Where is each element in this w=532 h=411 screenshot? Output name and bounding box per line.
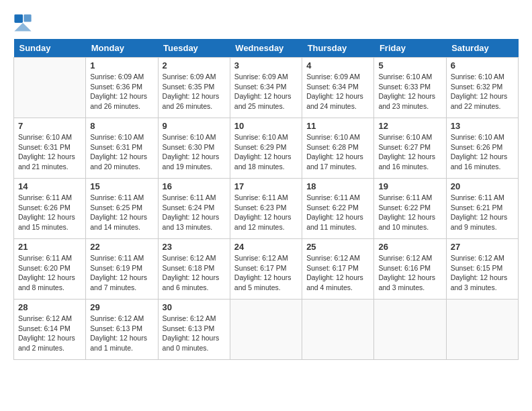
weekday-header-thursday: Thursday (302, 39, 374, 58)
weekday-header-saturday: Saturday (446, 39, 518, 58)
day-info: Sunrise: 6:11 AM Sunset: 6:21 PM Dayligh… (451, 193, 514, 232)
calendar-cell: 17Sunrise: 6:11 AM Sunset: 6:23 PM Dayli… (230, 179, 302, 239)
calendar-cell: 19Sunrise: 6:11 AM Sunset: 6:22 PM Dayli… (374, 179, 446, 239)
calendar-cell: 4Sunrise: 6:09 AM Sunset: 6:34 PM Daylig… (302, 58, 374, 118)
day-number: 6 (451, 60, 514, 71)
svg-rect-0 (14, 14, 23, 23)
calendar-cell: 27Sunrise: 6:12 AM Sunset: 6:15 PM Dayli… (446, 239, 518, 300)
calendar-cell (302, 300, 374, 360)
day-number: 10 (234, 121, 298, 131)
day-info: Sunrise: 6:10 AM Sunset: 6:29 PM Dayligh… (234, 132, 298, 172)
svg-rect-1 (24, 14, 31, 21)
day-number: 15 (90, 181, 153, 191)
day-info: Sunrise: 6:10 AM Sunset: 6:31 PM Dayligh… (18, 132, 81, 172)
day-number: 18 (306, 181, 369, 191)
calendar-cell: 21Sunrise: 6:11 AM Sunset: 6:20 PM Dayli… (14, 239, 86, 300)
day-info: Sunrise: 6:11 AM Sunset: 6:22 PM Dayligh… (306, 193, 369, 232)
day-number: 8 (90, 121, 153, 131)
weekday-header-wednesday: Wednesday (230, 39, 302, 58)
day-info: Sunrise: 6:11 AM Sunset: 6:24 PM Dayligh… (163, 193, 226, 232)
calendar-cell (230, 300, 302, 360)
calendar-cell: 28Sunrise: 6:12 AM Sunset: 6:14 PM Dayli… (14, 300, 86, 360)
calendar-cell: 18Sunrise: 6:11 AM Sunset: 6:22 PM Dayli… (302, 179, 374, 239)
calendar-table: SundayMondayTuesdayWednesdayThursdayFrid… (13, 39, 519, 360)
weekday-header-tuesday: Tuesday (158, 39, 230, 58)
calendar-cell: 24Sunrise: 6:12 AM Sunset: 6:17 PM Dayli… (230, 239, 302, 300)
day-info: Sunrise: 6:12 AM Sunset: 6:13 PM Dayligh… (90, 314, 153, 353)
day-number: 22 (90, 242, 153, 252)
weekday-header-monday: Monday (86, 39, 158, 58)
day-info: Sunrise: 6:10 AM Sunset: 6:27 PM Dayligh… (378, 132, 441, 172)
svg-marker-2 (14, 23, 31, 32)
day-info: Sunrise: 6:10 AM Sunset: 6:31 PM Dayligh… (90, 132, 153, 172)
day-info: Sunrise: 6:10 AM Sunset: 6:33 PM Dayligh… (378, 72, 441, 111)
calendar-cell: 16Sunrise: 6:11 AM Sunset: 6:24 PM Dayli… (158, 179, 230, 239)
day-number: 19 (378, 181, 441, 191)
calendar-cell: 10Sunrise: 6:10 AM Sunset: 6:29 PM Dayli… (230, 118, 302, 179)
day-info: Sunrise: 6:10 AM Sunset: 6:30 PM Dayligh… (163, 132, 226, 172)
day-info: Sunrise: 6:11 AM Sunset: 6:19 PM Dayligh… (90, 253, 153, 293)
day-info: Sunrise: 6:09 AM Sunset: 6:34 PM Dayligh… (306, 72, 369, 111)
day-info: Sunrise: 6:12 AM Sunset: 6:15 PM Dayligh… (451, 253, 514, 293)
day-info: Sunrise: 6:11 AM Sunset: 6:25 PM Dayligh… (90, 193, 153, 232)
day-number: 14 (18, 181, 81, 191)
calendar-cell: 6Sunrise: 6:10 AM Sunset: 6:32 PM Daylig… (446, 58, 518, 118)
day-info: Sunrise: 6:09 AM Sunset: 6:36 PM Dayligh… (90, 72, 153, 111)
day-info: Sunrise: 6:09 AM Sunset: 6:34 PM Dayligh… (234, 72, 298, 111)
calendar-cell: 7Sunrise: 6:10 AM Sunset: 6:31 PM Daylig… (14, 118, 86, 179)
day-info: Sunrise: 6:12 AM Sunset: 6:17 PM Dayligh… (234, 253, 298, 293)
day-info: Sunrise: 6:11 AM Sunset: 6:26 PM Dayligh… (18, 193, 81, 232)
day-number: 25 (306, 242, 369, 252)
day-number: 29 (90, 302, 153, 312)
day-number: 16 (163, 181, 226, 191)
calendar-cell: 29Sunrise: 6:12 AM Sunset: 6:13 PM Dayli… (86, 300, 158, 360)
day-info: Sunrise: 6:11 AM Sunset: 6:20 PM Dayligh… (18, 253, 81, 293)
calendar-cell: 14Sunrise: 6:11 AM Sunset: 6:26 PM Dayli… (14, 179, 86, 239)
calendar-cell: 1Sunrise: 6:09 AM Sunset: 6:36 PM Daylig… (86, 58, 158, 118)
day-number: 21 (18, 242, 81, 252)
calendar-cell: 5Sunrise: 6:10 AM Sunset: 6:33 PM Daylig… (374, 58, 446, 118)
calendar-cell (446, 300, 518, 360)
day-info: Sunrise: 6:12 AM Sunset: 6:16 PM Dayligh… (378, 253, 441, 293)
calendar-cell: 12Sunrise: 6:10 AM Sunset: 6:27 PM Dayli… (374, 118, 446, 179)
calendar-cell: 8Sunrise: 6:10 AM Sunset: 6:31 PM Daylig… (86, 118, 158, 179)
day-number: 26 (378, 242, 441, 252)
day-info: Sunrise: 6:12 AM Sunset: 6:17 PM Dayligh… (306, 253, 369, 293)
calendar-cell: 23Sunrise: 6:12 AM Sunset: 6:18 PM Dayli… (158, 239, 230, 300)
day-number: 28 (18, 302, 81, 312)
day-info: Sunrise: 6:10 AM Sunset: 6:26 PM Dayligh… (451, 132, 514, 172)
day-number: 9 (163, 121, 226, 131)
day-info: Sunrise: 6:11 AM Sunset: 6:22 PM Dayligh… (378, 193, 441, 232)
day-info: Sunrise: 6:12 AM Sunset: 6:14 PM Dayligh… (18, 314, 81, 353)
calendar-cell: 25Sunrise: 6:12 AM Sunset: 6:17 PM Dayli… (302, 239, 374, 300)
day-number: 24 (234, 242, 298, 252)
day-number: 30 (163, 302, 226, 312)
day-number: 12 (378, 121, 441, 131)
day-info: Sunrise: 6:12 AM Sunset: 6:18 PM Dayligh… (163, 253, 226, 293)
calendar-cell: 2Sunrise: 6:09 AM Sunset: 6:35 PM Daylig… (158, 58, 230, 118)
day-info: Sunrise: 6:11 AM Sunset: 6:23 PM Dayligh… (234, 193, 298, 232)
day-number: 1 (90, 60, 153, 71)
day-number: 27 (451, 242, 514, 252)
day-number: 23 (163, 242, 226, 252)
day-number: 13 (451, 121, 514, 131)
page-header (13, 13, 519, 32)
calendar-cell: 30Sunrise: 6:12 AM Sunset: 6:13 PM Dayli… (158, 300, 230, 360)
calendar-cell: 20Sunrise: 6:11 AM Sunset: 6:21 PM Dayli… (446, 179, 518, 239)
calendar-cell: 22Sunrise: 6:11 AM Sunset: 6:19 PM Dayli… (86, 239, 158, 300)
day-number: 4 (306, 60, 369, 71)
generalblue-logo-icon (13, 13, 32, 32)
day-number: 7 (18, 121, 81, 131)
calendar-cell (374, 300, 446, 360)
day-number: 2 (163, 60, 226, 71)
calendar-cell: 11Sunrise: 6:10 AM Sunset: 6:28 PM Dayli… (302, 118, 374, 179)
calendar-cell (14, 58, 86, 118)
day-info: Sunrise: 6:10 AM Sunset: 6:28 PM Dayligh… (306, 132, 369, 172)
day-number: 3 (234, 60, 298, 71)
day-info: Sunrise: 6:12 AM Sunset: 6:13 PM Dayligh… (163, 314, 226, 353)
calendar-cell: 13Sunrise: 6:10 AM Sunset: 6:26 PM Dayli… (446, 118, 518, 179)
day-number: 5 (378, 60, 441, 71)
day-info: Sunrise: 6:10 AM Sunset: 6:32 PM Dayligh… (451, 72, 514, 111)
day-number: 17 (234, 181, 298, 191)
calendar-cell: 9Sunrise: 6:10 AM Sunset: 6:30 PM Daylig… (158, 118, 230, 179)
